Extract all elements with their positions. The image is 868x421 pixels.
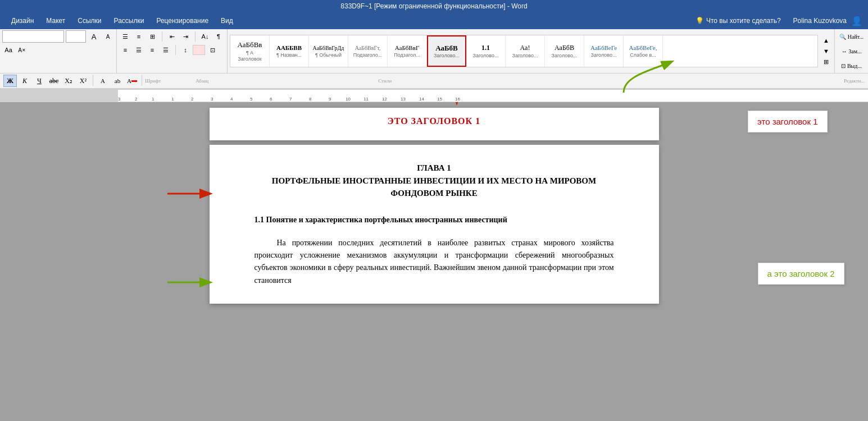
multilevel-btn[interactable]: ⊞ xyxy=(146,30,158,43)
red-arrow-chapter xyxy=(165,185,215,202)
user-icon: 👤 xyxy=(851,16,862,26)
style-ordinary[interactable]: АаБбВвГрДд ¶ Обычный xyxy=(309,35,348,67)
numbering-btn[interactable]: ≡ xyxy=(133,30,145,43)
title-text: 833D9F~1 [Режим ограниченной функциональ… xyxy=(340,2,527,10)
style-label-aa: Заголово... xyxy=(512,53,538,58)
style-label-caps: ¶ Назван... xyxy=(276,52,302,58)
font-color-btn[interactable]: A xyxy=(125,75,139,87)
font-group-label: Шрифт xyxy=(145,78,161,84)
style-label-normal: ¶ A xyxy=(246,50,253,56)
menu-review[interactable]: Рецензирование xyxy=(151,15,214,27)
style-heading-v[interactable]: АаБбВ Заголово... xyxy=(545,35,584,67)
underline-btn[interactable]: Ч xyxy=(33,75,46,87)
style-heading-11[interactable]: 1.1 Заголово... xyxy=(466,35,506,67)
align-center-btn[interactable]: ☰ xyxy=(133,44,145,56)
style-label-subheading: Подзаголо... xyxy=(353,52,382,58)
italic-btn[interactable]: К xyxy=(18,75,31,87)
menu-layout[interactable]: Макет xyxy=(40,15,71,27)
style-label-ordinary: ¶ Обычный xyxy=(315,52,342,58)
change-case-btn[interactable]: Аа xyxy=(2,44,15,56)
style-heading-blue[interactable]: АаБбВеГе Заголово... xyxy=(584,35,624,67)
increase-indent-btn[interactable]: ⇥ xyxy=(179,30,192,43)
style-weak[interactable]: АаБбВеГе, Слабое в... xyxy=(624,35,663,67)
style-label-blue: Заголово... xyxy=(591,52,617,58)
heading1-text: ЭТО ЗАГОЛОВОК 1 xyxy=(255,116,614,126)
style-label-subheading2: Подзагол... xyxy=(394,52,420,58)
font-grow-btn[interactable]: A xyxy=(88,30,100,43)
style-heading-aa[interactable]: Аа! Заголово... xyxy=(506,35,545,67)
lightbulb-icon: 💡 xyxy=(696,17,704,25)
para-group-label: Абзац xyxy=(196,78,208,84)
main-page[interactable]: а это заголовок 2 ГЛАВА 1 ПОРТФЕЛЬНЫЕ ИН… xyxy=(210,145,659,304)
search-area: 💡 Что вы хотите сделать? xyxy=(696,17,781,25)
style-preview-subheading2: АаБбВвГ xyxy=(395,44,419,52)
bold-btn[interactable]: Ж xyxy=(3,75,17,87)
style-preview-caps: ААББВВ xyxy=(276,44,302,52)
style-label-h1: Заголово... xyxy=(434,53,460,58)
line-spacing-btn[interactable]: ↕ xyxy=(179,44,192,56)
font-name-input[interactable]: Times New R... xyxy=(2,30,64,43)
bullets-btn[interactable]: ☰ xyxy=(119,30,131,43)
chapter-title: ГЛАВА 1 ПОРТФЕЛЬНЫЕ ИНОСТРАННЫЕ ИНВЕСТИЦ… xyxy=(255,162,614,200)
font-shrink-btn[interactable]: A xyxy=(102,30,114,43)
editing-group-label: Редакти... xyxy=(844,78,865,84)
align-left-btn[interactable]: ≡ xyxy=(119,44,131,56)
menu-bar: Дизайн Макет Ссылки Рассылки Рецензирова… xyxy=(0,12,868,29)
highlight-btn[interactable]: ab xyxy=(111,75,124,87)
style-preview-normal: АаБбВв xyxy=(238,40,262,49)
styles-group-label: Стили xyxy=(378,78,392,84)
menu-view[interactable]: Вид xyxy=(215,15,239,27)
styles-expand[interactable]: ⊞ xyxy=(820,57,832,67)
shading-btn[interactable] xyxy=(193,45,205,55)
ruler: 3 2 1 1 2 3 4 5 6 7 8 9 10 11 12 13 14 1… xyxy=(0,90,868,102)
style-normal[interactable]: АаБбВв ¶ A Заголовок xyxy=(230,35,270,67)
style-label-v: Заголово... xyxy=(552,53,578,58)
borders-btn[interactable]: ⊡ xyxy=(206,44,219,56)
sort-btn[interactable]: A↓ xyxy=(199,30,211,43)
superscript-btn[interactable]: X² xyxy=(76,75,90,87)
styles-scroll-up[interactable]: ▲ xyxy=(820,35,832,45)
section-heading: 1.1 Понятие и характеристика портфельных… xyxy=(255,214,614,226)
style-sublabel-normal: Заголовок xyxy=(238,56,261,62)
style-heading-caps[interactable]: ААББВВ ¶ Назван... xyxy=(270,35,309,67)
search-label[interactable]: Что вы хотите сделать? xyxy=(706,17,781,25)
red-arrow-ribbon-to-doc xyxy=(423,102,490,113)
style-label-weak: Слабое в... xyxy=(630,52,656,58)
strikethrough-btn[interactable]: abc xyxy=(47,75,61,87)
style-preview-blue: АаБбВеГе xyxy=(590,44,617,52)
decrease-indent-btn[interactable]: ⇤ xyxy=(166,30,178,43)
style-subheading2[interactable]: АаБбВвГ Подзагол... xyxy=(388,35,427,67)
style-preview-aa: Аа! xyxy=(520,44,530,52)
menu-mailings[interactable]: Рассылки xyxy=(108,15,150,27)
subscript-btn[interactable]: X₂ xyxy=(62,75,75,87)
show-marks-btn[interactable]: ¶ xyxy=(212,30,225,43)
title-bar: 833D9F~1 [Режим ограниченной функциональ… xyxy=(0,0,868,12)
style-preview-11: 1.1 xyxy=(481,44,490,52)
styles-scroll-down[interactable]: ▼ xyxy=(820,46,832,56)
style-subheading[interactable]: АаБбВвГт, Подзаголо... xyxy=(348,35,388,67)
clear-format-btn[interactable]: A✕ xyxy=(16,44,28,56)
text-effects-btn[interactable]: A xyxy=(96,75,110,87)
body-text: На протяжении последних десятилетий в на… xyxy=(255,237,614,287)
style-preview-h1: АаБбВ xyxy=(435,44,457,53)
style-heading1-active[interactable]: АаБбВ Заголово... xyxy=(427,35,466,67)
user-name: Polina Kuzovkova xyxy=(793,17,847,25)
align-right-btn[interactable]: ≡ xyxy=(146,44,158,56)
callout-red-text: это заголовок 1 xyxy=(757,117,817,126)
find-btn[interactable]: 🔍 Найт... xyxy=(837,30,866,43)
callout-red: это заголовок 1 xyxy=(748,111,827,132)
menu-references[interactable]: Ссылки xyxy=(72,15,107,27)
style-label-11: Заголово... xyxy=(473,53,499,58)
font-size-input[interactable]: 16 xyxy=(66,30,86,43)
select-btn[interactable]: ⊡ Выд... xyxy=(837,60,866,72)
callout-green-text: а это заголовок 2 xyxy=(767,269,835,278)
style-preview-ordinary: АаБбВвГрДд xyxy=(313,45,344,52)
callout-green: а это заголовок 2 xyxy=(758,263,844,285)
document-area: ЭТО ЗАГОЛОВОК 1 это заголовок 1 xyxy=(0,102,868,421)
style-preview-subheading: АаБбВвГт, xyxy=(355,45,381,52)
menu-design[interactable]: Дизайн xyxy=(6,15,39,27)
replace-btn[interactable]: ↔ Зам... xyxy=(837,45,866,57)
style-preview-v: АаБбВ xyxy=(555,44,574,52)
justify-btn[interactable]: ☰ xyxy=(160,44,172,56)
style-preview-weak: АаБбВеГе, xyxy=(629,44,657,52)
